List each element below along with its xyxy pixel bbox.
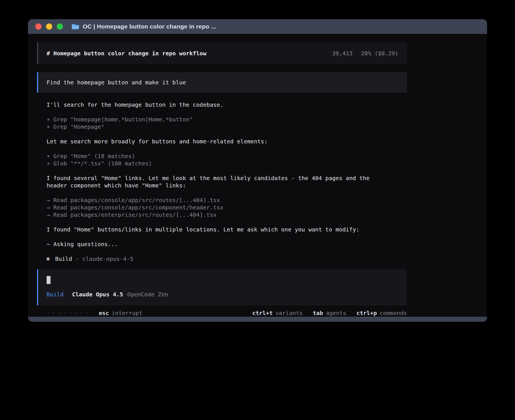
- status-line-asking: ~ Asking questions...: [47, 240, 385, 248]
- assistant-message: Let me search more broadly for buttons a…: [47, 138, 385, 145]
- tool-call-glob: ∗ Glob "**/*.tsx" (100 matches): [47, 160, 385, 167]
- minimize-button[interactable]: [46, 23, 52, 30]
- input-status-line: Build Claude Opus 4.5 OpenCode Zen: [47, 291, 398, 298]
- window-title: OC | Homepage button color change in rep…: [83, 23, 216, 30]
- provider-label: OpenCode Zen: [127, 291, 168, 298]
- status-bar: ········ esc interrupt ctrl+t variants t…: [37, 309, 407, 317]
- shortcut-variants: ctrl+t variants: [252, 309, 303, 317]
- agent-status: ▣ Build · claude-opus-4-5: [47, 255, 385, 262]
- close-button[interactable]: [35, 23, 42, 30]
- agent-mode-label[interactable]: Build: [47, 291, 64, 298]
- agent-model: claude-opus-4-5: [82, 255, 134, 262]
- text-cursor: [47, 276, 51, 284]
- interrupt-label: interrupt: [112, 309, 142, 317]
- progress-dots: ········: [47, 309, 91, 317]
- tool-call-grep: ∗ Grep "Homepage": [47, 123, 385, 130]
- variants-label: variants: [276, 309, 303, 317]
- esc-key: esc: [99, 309, 109, 317]
- commands-label: commands: [380, 309, 407, 317]
- user-message-text: Find the homepage button and make it blu…: [47, 79, 186, 86]
- tool-call-grep: ∗ Grep "Home" (18 matches): [47, 152, 385, 160]
- window-bottom-chrome: [28, 317, 487, 322]
- assistant-message: I found "Home" buttons/links in multiple…: [47, 226, 385, 233]
- context-cost: 20% ($0.29): [361, 50, 398, 57]
- agents-label: agents: [326, 309, 346, 317]
- assistant-message: I'll search for the homepage button in t…: [47, 101, 385, 108]
- terminal-content: # Homepage button color change in repo w…: [28, 34, 487, 317]
- conversation-transcript: I'll search for the homepage button in t…: [37, 101, 407, 262]
- prompt-input[interactable]: Build Claude Opus 4.5 OpenCode Zen: [37, 269, 407, 305]
- folder-icon: [71, 23, 79, 30]
- desktop-background: OC | Homepage button color change in rep…: [0, 0, 515, 420]
- status-bar-right: ctrl+t variants tab agents ctrl+p comman…: [252, 309, 407, 317]
- terminal-window: OC | Homepage button color change in rep…: [28, 19, 487, 322]
- session-stats: 39,413 20% ($0.29): [332, 50, 398, 57]
- agent-separator: ·: [75, 255, 79, 262]
- shortcut-commands: ctrl+p commands: [356, 309, 407, 317]
- window-titlebar[interactable]: OC | Homepage button color change in rep…: [28, 19, 487, 34]
- window-controls: [35, 23, 63, 30]
- tab-key: tab: [313, 309, 323, 317]
- assistant-message: I found several "Home" links. Let me loo…: [47, 174, 385, 189]
- ctrl-p-key: ctrl+p: [356, 309, 377, 317]
- status-bar-left: ········ esc interrupt: [47, 309, 142, 317]
- zoom-button[interactable]: [57, 23, 63, 30]
- user-message: Find the homepage button and make it blu…: [37, 72, 407, 93]
- agent-name: Build: [55, 255, 72, 262]
- tool-call-read: → Read packages/console/app/src/componen…: [47, 204, 385, 211]
- session-title: # Homepage button color change in repo w…: [47, 50, 206, 57]
- tui-column: # Homepage button color change in repo w…: [37, 34, 407, 317]
- tool-call-read: → Read packages/enterprise/src/routes/[.…: [47, 211, 385, 218]
- session-header: # Homepage button color change in repo w…: [37, 42, 407, 64]
- model-label[interactable]: Claude Opus 4.5: [72, 291, 123, 298]
- agent-icon: ▣: [47, 255, 49, 262]
- interrupt-hint: esc interrupt: [99, 309, 143, 317]
- token-count: 39,413: [332, 50, 352, 57]
- tool-call-grep: ∗ Grep "homepage|home.*button|Home.*butt…: [47, 116, 385, 123]
- window-title-group: OC | Homepage button color change in rep…: [71, 23, 216, 30]
- tool-call-read: → Read packages/console/app/src/routes/[…: [47, 196, 385, 204]
- ctrl-t-key: ctrl+t: [252, 309, 272, 317]
- shortcut-agents: tab agents: [313, 309, 346, 317]
